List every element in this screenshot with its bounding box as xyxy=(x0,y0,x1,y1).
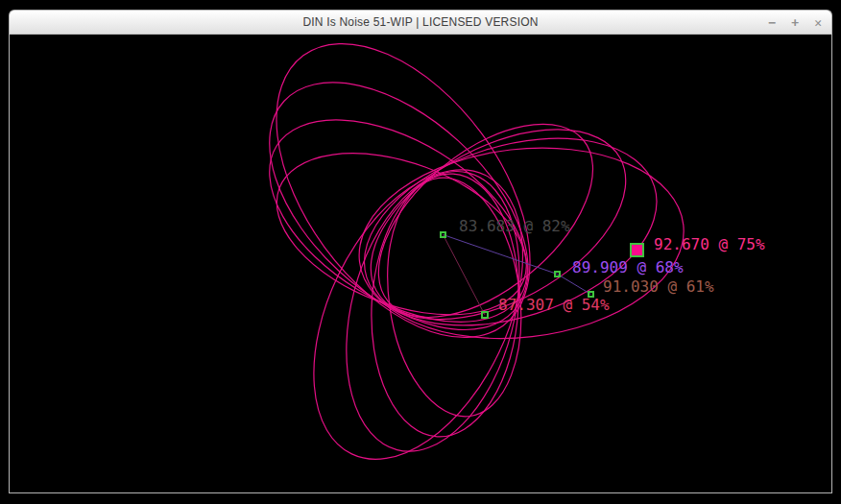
drone-marker[interactable] xyxy=(554,271,561,277)
title-bar[interactable]: DIN Is Noise 51-WIP | LICENSED VERSION −… xyxy=(9,10,832,35)
drone-marker-selected[interactable] xyxy=(630,243,644,257)
minimize-button[interactable]: − xyxy=(769,16,777,29)
drone-marker[interactable] xyxy=(481,311,489,319)
pitch-volume-label: 91.030 @ 61% xyxy=(603,279,714,295)
pitch-volume-label: 89.909 @ 68% xyxy=(572,260,684,276)
close-button[interactable]: ✕ xyxy=(814,16,822,29)
maximize-button[interactable]: + xyxy=(791,16,799,29)
pitch-volume-label: 92.670 @ 75% xyxy=(654,237,765,252)
drone-marker[interactable] xyxy=(440,231,446,238)
window-title: DIN Is Noise 51-WIP | LICENSED VERSION xyxy=(302,15,538,29)
pitch-volume-label: 87.307 @ 54% xyxy=(498,298,610,313)
app-window: DIN Is Noise 51-WIP | LICENSED VERSION −… xyxy=(9,10,832,493)
window-controls: − + ✕ xyxy=(769,11,822,34)
pitch-volume-label: 83.683 @ 82% xyxy=(459,219,570,234)
din-noise-canvas[interactable]: 83.683 @ 82% 92.670 @ 75% 89.909 @ 68% 9… xyxy=(9,35,832,493)
orbit-pattern xyxy=(10,35,831,492)
